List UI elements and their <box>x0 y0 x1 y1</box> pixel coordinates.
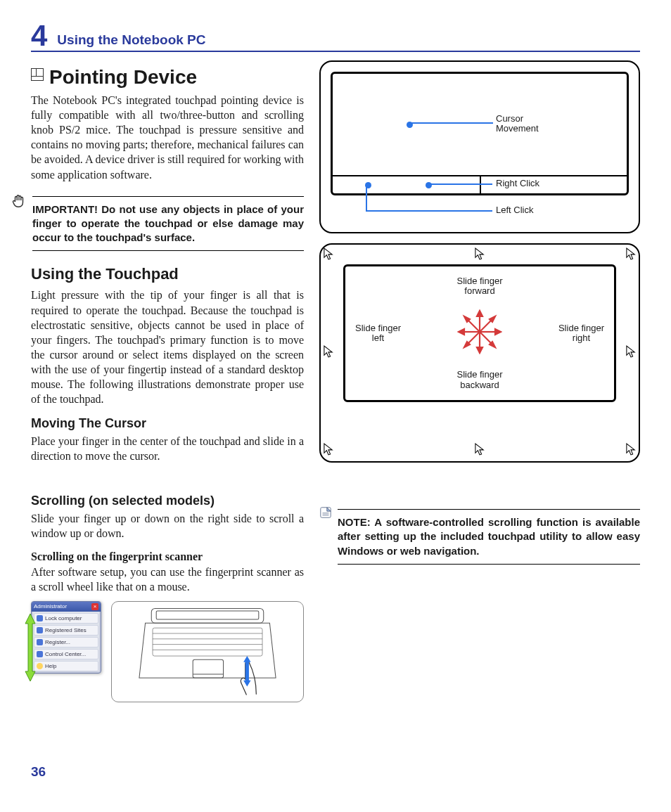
note-icon <box>319 506 332 522</box>
admin-menu-figure: Administrator × Lock computer Registered… <box>31 601 101 702</box>
svg-line-21 <box>480 332 492 344</box>
fp-scroll-heading: Scrolling on the fingerprint scanner <box>31 550 304 563</box>
section-title: Pointing Device <box>31 66 304 89</box>
scrolling-paragraph: Slide your finger up or down on the righ… <box>31 511 304 541</box>
touchpad-diagram-figure: Cursor Movement Right Click Left Click <box>319 60 640 233</box>
svg-marker-16 <box>495 329 501 335</box>
cursor-icon <box>324 345 333 361</box>
svg-rect-7 <box>193 659 223 678</box>
svg-rect-25 <box>321 508 331 517</box>
touchpad-directions-figure: Slide finger forward Slide finger backwa… <box>319 243 640 463</box>
svg-marker-10 <box>477 311 483 316</box>
direction-star-icon <box>457 309 502 357</box>
important-text: IMPORTANT! Do not use any objects in pla… <box>32 196 304 252</box>
diagram-label: Slide finger forward <box>456 276 502 297</box>
diagram-label: Left Click <box>496 205 533 215</box>
admin-item: Registered Sites <box>34 625 98 636</box>
svg-line-17 <box>480 320 492 332</box>
close-icon: × <box>91 603 98 610</box>
moving-cursor-paragraph: Place your finger in the center of the t… <box>31 434 304 463</box>
admin-item: Control Center... <box>34 649 98 659</box>
touchpad-section-icon <box>31 68 44 81</box>
cursor-icon <box>626 247 636 263</box>
admin-item: Help <box>34 661 98 671</box>
moving-cursor-heading: Moving The Cursor <box>31 416 304 431</box>
chapter-number: 4 <box>31 21 47 51</box>
admin-item: Register... <box>34 637 98 647</box>
svg-line-19 <box>468 320 480 332</box>
important-callout: IMPORTANT! Do not use any objects in pla… <box>11 192 304 266</box>
using-touchpad-heading: Using the Touchpad <box>31 265 304 283</box>
cursor-icon <box>626 443 636 458</box>
figure-row: Administrator × Lock computer Registered… <box>31 601 304 702</box>
diagram-label: Slide finger left <box>355 323 401 344</box>
hand-stop-icon <box>11 193 27 212</box>
cursor-icon <box>324 247 333 263</box>
svg-line-23 <box>468 332 480 344</box>
svg-rect-1 <box>156 611 259 619</box>
svg-marker-14 <box>459 329 464 335</box>
page-number: 36 <box>31 764 46 780</box>
diagram-label: Slide finger backward <box>456 370 502 390</box>
scrolling-heading: Scrolling (on selected models) <box>31 494 304 508</box>
cursor-icon <box>324 443 333 458</box>
svg-marker-12 <box>477 347 483 353</box>
svg-rect-2 <box>153 628 262 656</box>
fp-scroll-paragraph: After software setup, you can use the fi… <box>31 565 304 594</box>
laptop-figure <box>111 601 304 702</box>
diagram-label: Right Click <box>496 179 539 188</box>
chapter-title: Using the Notebook PC <box>57 32 205 48</box>
chapter-header: 4 Using the Notebook PC <box>31 21 640 52</box>
admin-titlebar: Administrator × <box>32 602 101 612</box>
note-text: NOTE: A software-controlled scrolling fu… <box>338 509 640 565</box>
cursor-icon <box>475 247 485 263</box>
cursor-icon <box>475 443 485 458</box>
admin-item: Lock computer <box>34 613 98 624</box>
diagram-label: Slide finger right <box>558 323 604 344</box>
note-callout: NOTE: A software-controlled scrolling fu… <box>319 505 640 579</box>
cursor-icon <box>626 345 636 361</box>
scroll-arrow-icon <box>24 614 37 684</box>
intro-paragraph: The Notebook PC's integrated touchpad po… <box>31 93 304 182</box>
using-touchpad-paragraph: Light pressure with the tip of your fing… <box>31 288 304 406</box>
diagram-label: Cursor Movement <box>496 114 539 134</box>
